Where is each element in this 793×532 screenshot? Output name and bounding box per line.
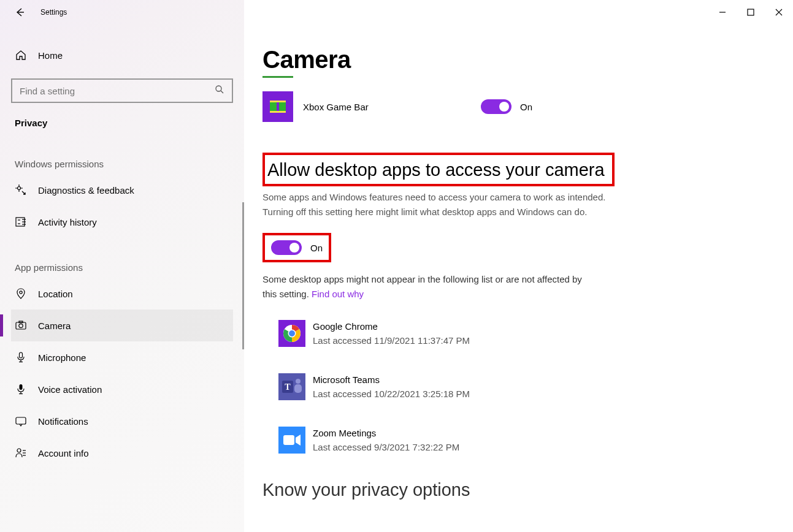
app-last-accessed: Last accessed 10/22/2021 3:25:18 PM bbox=[313, 387, 470, 401]
sidebar: Home Privacy Windows permissions Diagnos… bbox=[0, 0, 244, 532]
svg-rect-18 bbox=[20, 352, 23, 358]
svg-point-14 bbox=[20, 291, 22, 294]
location-icon bbox=[15, 287, 27, 300]
sidebar-home[interactable]: Home bbox=[11, 43, 233, 67]
sidebar-category: Privacy bbox=[11, 118, 233, 128]
sidebar-item-microphone[interactable]: Microphone bbox=[11, 341, 233, 373]
desktop-app-list: Google Chrome Last accessed 11/9/2021 11… bbox=[262, 320, 775, 454]
svg-line-6 bbox=[221, 91, 223, 93]
sidebar-item-label: Notifications bbox=[38, 416, 88, 427]
svg-rect-42 bbox=[294, 384, 302, 393]
sidebar-item-activity-history[interactable]: Activity history bbox=[11, 206, 233, 238]
svg-rect-24 bbox=[16, 417, 26, 424]
svg-rect-17 bbox=[19, 321, 23, 323]
activity-icon bbox=[15, 216, 27, 228]
titlebar: Settings bbox=[0, 0, 793, 25]
app-row-xbox: Xbox Game Bar On bbox=[262, 91, 775, 122]
sidebar-item-diagnostics[interactable]: Diagnostics & feedback bbox=[11, 174, 233, 206]
bottom-heading: Know your privacy options bbox=[262, 480, 775, 500]
sidebar-home-label: Home bbox=[38, 50, 63, 61]
app-list-item-teams: T Microsoft Teams Last accessed 10/22/20… bbox=[278, 373, 775, 401]
sidebar-item-label: Camera bbox=[38, 321, 71, 331]
microphone-icon bbox=[15, 351, 27, 363]
main-content: Camera Xbox Game Bar On Allow desktop ap… bbox=[244, 34, 793, 532]
app-name: Zoom Meetings bbox=[313, 427, 459, 441]
app-label: Xbox Game Bar bbox=[303, 102, 481, 112]
sidebar-item-camera[interactable]: Camera bbox=[11, 310, 233, 341]
chrome-icon bbox=[278, 320, 305, 347]
back-button[interactable] bbox=[12, 5, 27, 20]
app-list-item-zoom: Zoom Meetings Last accessed 9/3/2021 7:3… bbox=[278, 427, 775, 454]
sidebar-item-voice-activation[interactable]: Voice activation bbox=[11, 373, 233, 405]
highlight-box-title: Allow desktop apps to access your camera bbox=[262, 153, 615, 186]
section-description: Some apps and Windows features need to a… bbox=[262, 190, 606, 219]
app-last-accessed: Last accessed 9/3/2021 7:32:22 PM bbox=[313, 441, 459, 455]
svg-rect-21 bbox=[20, 384, 23, 390]
svg-point-5 bbox=[216, 86, 221, 91]
close-button[interactable] bbox=[765, 3, 793, 21]
note-text: Some desktop apps might not appear in th… bbox=[262, 274, 582, 299]
toggle-label: On bbox=[310, 243, 323, 253]
svg-rect-15 bbox=[16, 322, 26, 329]
sidebar-item-label: Voice activation bbox=[38, 384, 102, 395]
notifications-icon bbox=[15, 415, 27, 427]
sidebar-item-notifications[interactable]: Notifications bbox=[11, 405, 233, 437]
app-name: Microsoft Teams bbox=[313, 373, 470, 387]
xbox-game-bar-icon bbox=[262, 91, 293, 122]
svg-rect-31 bbox=[279, 101, 286, 112]
sidebar-item-label: Diagnostics & feedback bbox=[38, 185, 134, 196]
window-title: Settings bbox=[40, 8, 67, 17]
maximize-button[interactable] bbox=[737, 3, 765, 21]
svg-point-7 bbox=[18, 187, 21, 190]
title-underline bbox=[262, 76, 293, 78]
sidebar-section-header: App permissions bbox=[11, 262, 233, 273]
minimize-button[interactable] bbox=[708, 3, 737, 21]
sidebar-item-location[interactable]: Location bbox=[11, 278, 233, 310]
sidebar-item-label: Activity history bbox=[38, 217, 97, 227]
search-input[interactable] bbox=[20, 86, 215, 96]
svg-rect-33 bbox=[270, 111, 286, 113]
svg-rect-44 bbox=[283, 435, 294, 445]
voice-icon bbox=[15, 383, 27, 395]
svg-point-25 bbox=[17, 449, 21, 452]
sidebar-section-header: Windows permissions bbox=[11, 159, 233, 169]
search-box[interactable] bbox=[11, 78, 233, 103]
svg-rect-29 bbox=[262, 91, 293, 122]
diagnostics-icon bbox=[15, 184, 27, 196]
find-out-why-link[interactable]: Find out why bbox=[312, 289, 364, 299]
sidebar-item-label: Location bbox=[38, 289, 73, 299]
svg-point-16 bbox=[19, 324, 23, 327]
account-icon bbox=[15, 447, 27, 459]
svg-rect-32 bbox=[270, 101, 286, 102]
camera-icon bbox=[15, 319, 27, 332]
xbox-toggle[interactable] bbox=[481, 99, 511, 114]
search-icon bbox=[215, 85, 224, 97]
section-note: Some desktop apps might not appear in th… bbox=[262, 272, 594, 302]
highlight-box-toggle: On bbox=[262, 233, 331, 262]
toggle-label: On bbox=[520, 102, 532, 112]
home-icon bbox=[15, 49, 27, 61]
teams-icon: T bbox=[278, 373, 305, 400]
sidebar-item-label: Microphone bbox=[38, 352, 86, 363]
page-title: Camera bbox=[262, 46, 775, 74]
section-title: Allow desktop apps to access your camera bbox=[267, 160, 605, 180]
app-list-item-chrome: Google Chrome Last accessed 11/9/2021 11… bbox=[278, 320, 775, 348]
svg-text:T: T bbox=[285, 382, 291, 392]
app-last-accessed: Last accessed 11/9/2021 11:37:47 PM bbox=[313, 334, 470, 348]
desktop-apps-toggle[interactable] bbox=[271, 240, 302, 255]
app-name: Google Chrome bbox=[313, 320, 470, 334]
svg-point-41 bbox=[296, 379, 301, 384]
svg-rect-30 bbox=[270, 101, 277, 112]
sidebar-item-label: Account info bbox=[38, 448, 89, 458]
sidebar-item-account-info[interactable]: Account info bbox=[11, 437, 233, 469]
svg-point-37 bbox=[289, 330, 295, 336]
zoom-icon bbox=[278, 427, 305, 454]
svg-rect-2 bbox=[748, 9, 754, 15]
